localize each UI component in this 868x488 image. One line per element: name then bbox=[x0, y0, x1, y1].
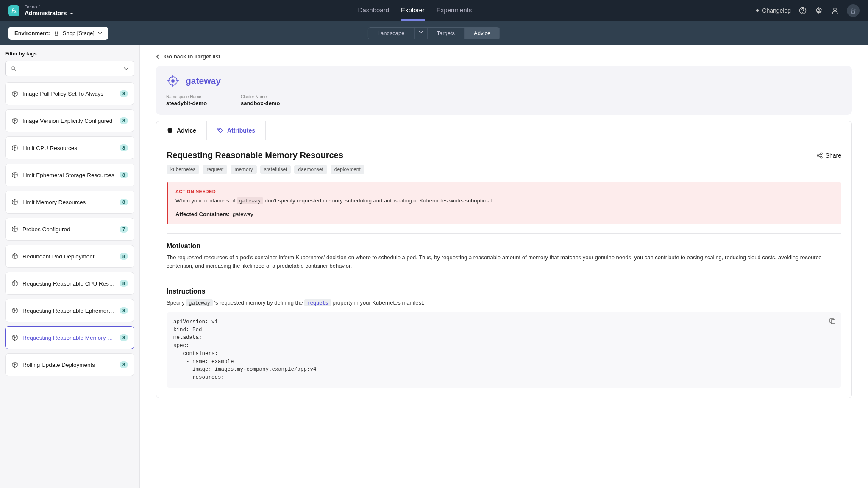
seg-landscape-caret[interactable] bbox=[414, 28, 427, 39]
count-badge: 8 bbox=[120, 117, 128, 124]
seg-advice[interactable]: Advice bbox=[465, 28, 500, 39]
chevron-left-icon bbox=[156, 54, 160, 59]
code-inline: requets bbox=[304, 299, 331, 306]
filter-search[interactable] bbox=[5, 61, 134, 76]
sidebar-item[interactable]: Requesting Reasonable Memory Reso... 8 bbox=[5, 326, 134, 349]
meta-label: Namespace Name bbox=[166, 94, 207, 99]
copy-button[interactable] bbox=[829, 317, 836, 325]
env-label: Environment: bbox=[14, 30, 50, 36]
meta-value: steadybit-demo bbox=[166, 100, 207, 106]
breadcrumb-current: Administrators bbox=[25, 10, 74, 17]
target-meta: Namespace Name steadybit-demo Cluster Na… bbox=[166, 94, 842, 106]
tab-label: Attributes bbox=[227, 127, 255, 134]
tab-label: Advice bbox=[177, 127, 196, 134]
app-logo[interactable] bbox=[8, 5, 19, 16]
environment-selector[interactable]: Environment: Shop [Stage] bbox=[8, 27, 108, 40]
content: Go back to Target list gateway Namespace… bbox=[140, 45, 868, 488]
svg-point-9 bbox=[219, 129, 220, 130]
tag: memory bbox=[231, 165, 256, 174]
cube-icon bbox=[11, 199, 18, 205]
count-badge: 8 bbox=[120, 307, 128, 314]
search-icon bbox=[11, 66, 17, 72]
changelog-label: Changelog bbox=[762, 7, 791, 14]
gear-icon[interactable] bbox=[815, 6, 823, 15]
tab-body: Requesting Reasonable Memory Resources S… bbox=[156, 140, 852, 398]
tab-advice[interactable]: Advice bbox=[156, 121, 207, 140]
breadcrumb-parent: Demo / bbox=[25, 4, 74, 10]
cube-icon bbox=[11, 172, 18, 178]
main-container: Filter by tags: Image Pull Policy Set To… bbox=[0, 45, 868, 488]
inner-tabs: Advice Attributes bbox=[156, 121, 852, 140]
target-icon bbox=[166, 74, 180, 88]
env-value: Shop [Stage] bbox=[63, 30, 95, 36]
affected-label: Affected Containers: bbox=[175, 211, 230, 217]
sidebar-item[interactable]: Limit Memory Resources 8 bbox=[5, 191, 134, 214]
sidebar-item[interactable]: Probes Configured 7 bbox=[5, 218, 134, 241]
svg-point-11 bbox=[817, 155, 819, 156]
instructions-text: Specify gateway 's requested memory by d… bbox=[167, 299, 841, 307]
chevron-down-icon bbox=[124, 66, 129, 71]
divider bbox=[167, 233, 841, 234]
count-badge: 8 bbox=[120, 199, 128, 205]
avatar[interactable] bbox=[847, 4, 860, 17]
code-block: apiVersion: v1 kind: Pod metadata: spec:… bbox=[167, 312, 841, 388]
svg-point-12 bbox=[821, 156, 822, 158]
cube-icon bbox=[11, 226, 18, 233]
tag-icon bbox=[217, 127, 224, 134]
help-icon[interactable] bbox=[798, 6, 807, 15]
view-segmented-control: Landscape Targets Advice bbox=[368, 27, 500, 39]
cube-icon bbox=[11, 361, 18, 368]
sidebar-item[interactable]: Redundant Pod Deployment 8 bbox=[5, 245, 134, 268]
nav-explorer[interactable]: Explorer bbox=[401, 0, 425, 21]
sidebar-item[interactable]: Image Pull Policy Set To Always 8 bbox=[5, 82, 134, 105]
instructions-heading: Instructions bbox=[167, 288, 841, 295]
primary-nav: Dashboard Explorer Experiments bbox=[358, 0, 472, 21]
code-content[interactable]: apiVersion: v1 kind: Pod metadata: spec:… bbox=[173, 318, 835, 382]
sidebar-item[interactable]: Image Version Explicitly Configured 8 bbox=[5, 109, 134, 132]
svg-rect-13 bbox=[831, 320, 835, 324]
sidebar: Filter by tags: Image Pull Policy Set To… bbox=[0, 45, 140, 488]
sidebar-item-label: Limit Memory Resources bbox=[22, 199, 115, 205]
breadcrumb[interactable]: Demo / Administrators bbox=[25, 4, 74, 17]
sidebar-item[interactable]: Requesting Reasonable CPU Resources 8 bbox=[5, 272, 134, 295]
sidebar-item-label: Limit Ephemeral Storage Resources bbox=[22, 172, 115, 178]
code-inline: gateway bbox=[237, 197, 264, 204]
cube-icon bbox=[11, 90, 18, 97]
count-badge: 8 bbox=[120, 361, 128, 368]
nav-experiments[interactable]: Experiments bbox=[437, 0, 472, 21]
sub-bar: Environment: Shop [Stage] Landscape Targ… bbox=[0, 21, 868, 45]
back-link[interactable]: Go back to Target list bbox=[156, 53, 852, 60]
sidebar-item[interactable]: Rolling Update Deployments 8 bbox=[5, 353, 134, 376]
share-icon bbox=[816, 152, 823, 159]
svg-point-5 bbox=[834, 8, 836, 11]
share-button[interactable]: Share bbox=[816, 152, 841, 159]
sidebar-item[interactable]: Requesting Reasonable Ephemeral Stor... … bbox=[5, 299, 134, 322]
svg-point-8 bbox=[172, 80, 174, 82]
sidebar-item-label: Image Pull Policy Set To Always bbox=[22, 91, 115, 97]
svg-point-4 bbox=[818, 10, 820, 12]
tab-attributes[interactable]: Attributes bbox=[207, 121, 266, 140]
svg-point-3 bbox=[803, 12, 803, 13]
tag: deployment bbox=[331, 165, 364, 174]
tag: kubernetes bbox=[167, 165, 199, 174]
count-badge: 8 bbox=[120, 334, 128, 341]
seg-landscape[interactable]: Landscape bbox=[368, 28, 415, 39]
sidebar-item-label: Limit CPU Resources bbox=[22, 145, 115, 151]
cube-icon bbox=[11, 117, 18, 124]
cube-icon bbox=[11, 280, 18, 287]
alert-affected: Affected Containers: gateway bbox=[175, 211, 834, 217]
dot-icon bbox=[756, 9, 759, 12]
sidebar-item-label: Rolling Update Deployments bbox=[22, 362, 115, 368]
breadcrumb-label: Administrators bbox=[25, 10, 67, 17]
seg-targets[interactable]: Targets bbox=[427, 28, 465, 39]
target-name: gateway bbox=[186, 76, 221, 86]
code-inline: gateway bbox=[186, 299, 213, 306]
back-link-label: Go back to Target list bbox=[164, 53, 220, 60]
cube-icon bbox=[11, 307, 18, 314]
sidebar-item[interactable]: Limit Ephemeral Storage Resources 8 bbox=[5, 164, 134, 186]
changelog-link[interactable]: Changelog bbox=[756, 7, 791, 14]
nav-dashboard[interactable]: Dashboard bbox=[358, 0, 389, 21]
user-icon[interactable] bbox=[831, 6, 839, 15]
motivation-text: The requested resources of a pod's conta… bbox=[167, 253, 841, 270]
sidebar-item[interactable]: Limit CPU Resources 8 bbox=[5, 136, 134, 159]
